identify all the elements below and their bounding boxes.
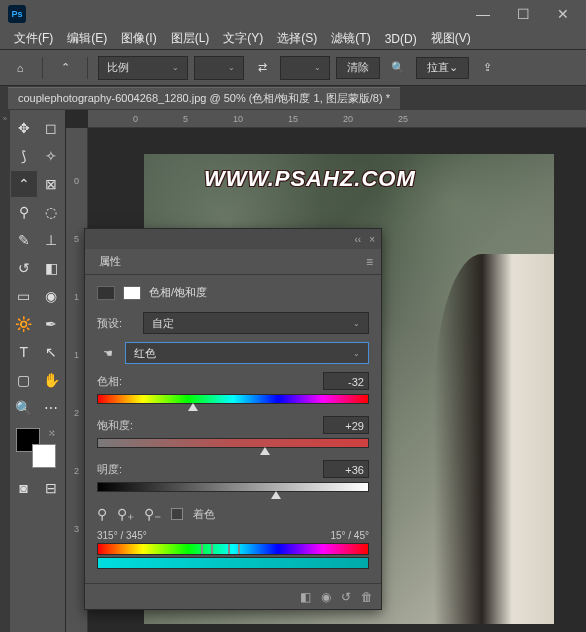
straighten-button[interactable]: 拉直 ⌄ — [416, 57, 469, 79]
shape-tool[interactable]: ▢ — [11, 367, 37, 393]
menu-layer[interactable]: 图层(L) — [165, 28, 216, 49]
preset-label: 预设: — [97, 316, 137, 331]
menu-filter[interactable]: 滤镜(T) — [325, 28, 376, 49]
type-tool[interactable]: T — [11, 339, 37, 365]
ruler-horizontal: 0510152025 — [88, 110, 586, 128]
reset-icon[interactable]: ↺ — [341, 590, 351, 604]
panel-collapse-strip[interactable]: » — [0, 110, 10, 632]
patch-tool[interactable]: ◌ — [39, 199, 65, 225]
panel-tabs: 属性 ≡ — [85, 249, 381, 275]
panel-header[interactable]: ‹‹ × — [85, 229, 381, 249]
width-input[interactable]: ⌄ — [194, 56, 244, 80]
zoom-tool[interactable]: 🔍 — [11, 395, 37, 421]
color-range-output — [97, 557, 369, 569]
more-tools[interactable]: ⋯ — [39, 395, 65, 421]
saturation-slider-thumb[interactable] — [260, 447, 270, 455]
app-icon: Ps — [8, 5, 26, 23]
colorize-checkbox[interactable] — [171, 508, 183, 520]
target-adjust-icon[interactable]: ☚ — [97, 342, 119, 364]
mask-icon[interactable] — [123, 286, 141, 300]
close-button[interactable]: ✕ — [548, 6, 578, 22]
eraser-tool[interactable]: ◧ — [39, 255, 65, 281]
menu-select[interactable]: 选择(S) — [271, 28, 323, 49]
blur-tool[interactable]: ◉ — [39, 283, 65, 309]
watermark-text: WWW.PSAHZ.COM — [204, 166, 416, 192]
adjustment-icon — [97, 286, 115, 300]
lightness-slider-thumb[interactable] — [271, 491, 281, 499]
adjustment-title: 色相/饱和度 — [149, 285, 207, 300]
menu-view[interactable]: 视图(V) — [425, 28, 477, 49]
menu-3d[interactable]: 3D(D) — [379, 30, 423, 48]
brush-tool[interactable]: ✎ — [11, 227, 37, 253]
colorize-label: 着色 — [193, 507, 215, 522]
gradient-tool[interactable]: ▭ — [11, 283, 37, 309]
lightness-value[interactable]: +36 — [323, 460, 369, 478]
toolbar: ✥◻ ⟆✧ ⌃⊠ ⚲◌ ✎⊥ ↺◧ ▭◉ 🔆✒ T↖ ▢✋ 🔍⋯ ⤭ ◙⊟ — [10, 110, 66, 632]
workspace: » ✥◻ ⟆✧ ⌃⊠ ⚲◌ ✎⊥ ↺◧ ▭◉ 🔆✒ T↖ ▢✋ 🔍⋯ ⤭ ◙⊟ … — [0, 110, 586, 632]
hue-slider[interactable] — [97, 394, 369, 404]
preset-dropdown[interactable]: 自定⌄ — [143, 312, 369, 334]
eyedropper-subtract-icon[interactable]: ⚲₋ — [144, 506, 161, 522]
saturation-label: 饱和度: — [97, 418, 133, 433]
pen-tool[interactable]: ✒ — [39, 311, 65, 337]
share-icon[interactable]: ⇪ — [475, 56, 499, 80]
home-icon[interactable]: ⌂ — [8, 56, 32, 80]
hue-slider-thumb[interactable] — [188, 403, 198, 411]
menu-type[interactable]: 文字(Y) — [217, 28, 269, 49]
lightness-slider[interactable] — [97, 482, 369, 492]
hue-value[interactable]: -32 — [323, 372, 369, 390]
history-brush-tool[interactable]: ↺ — [11, 255, 37, 281]
minimize-button[interactable]: — — [468, 6, 498, 22]
adjustment-header: 色相/饱和度 — [97, 285, 369, 300]
stamp-tool[interactable]: ⊥ — [39, 227, 65, 253]
range-left-label: 315° / 345° — [97, 530, 147, 541]
saturation-value[interactable]: +29 — [323, 416, 369, 434]
marquee-tool[interactable]: ◻ — [39, 115, 65, 141]
panel-menu-icon[interactable]: ≡ — [366, 255, 373, 269]
clear-button[interactable]: 清除 — [336, 57, 380, 79]
screen-mode-tool[interactable]: ⊟ — [39, 475, 65, 501]
dodge-tool[interactable]: 🔆 — [11, 311, 37, 337]
hue-label: 色相: — [97, 374, 122, 389]
clip-to-layer-icon[interactable]: ◧ — [300, 590, 311, 604]
image-subject — [434, 254, 554, 624]
delete-icon[interactable]: 🗑 — [361, 590, 373, 604]
ratio-dropdown[interactable]: 比例⌄ — [98, 56, 188, 80]
eyedropper-tool[interactable]: ⚲ — [11, 199, 37, 225]
panel-footer: ◧ ◉ ↺ 🗑 — [85, 583, 381, 609]
saturation-slider[interactable] — [97, 438, 369, 448]
color-swatches[interactable]: ⤭ — [16, 428, 56, 468]
crop-tool-icon[interactable]: ⌃ — [53, 56, 77, 80]
search-icon[interactable]: 🔍 — [386, 56, 410, 80]
swap-dimensions-icon[interactable]: ⇄ — [250, 56, 274, 80]
view-previous-icon[interactable]: ◉ — [321, 590, 331, 604]
path-tool[interactable]: ↖ — [39, 339, 65, 365]
canvas-area: 0510152025 0511223 WWW.PSAHZ.COM ‹‹ × 属性… — [66, 110, 586, 632]
hand-tool[interactable]: ✋ — [39, 367, 65, 393]
properties-tab[interactable]: 属性 — [93, 250, 127, 273]
wand-tool[interactable]: ✧ — [39, 143, 65, 169]
eyedropper-add-icon[interactable]: ⚲₊ — [117, 506, 134, 522]
maximize-button[interactable]: ☐ — [508, 6, 538, 22]
menu-image[interactable]: 图像(I) — [115, 28, 162, 49]
menubar: 文件(F) 编辑(E) 图像(I) 图层(L) 文字(Y) 选择(S) 滤镜(T… — [0, 28, 586, 50]
menu-file[interactable]: 文件(F) — [8, 28, 59, 49]
panel-collapse-icon[interactable]: ‹‹ — [354, 234, 361, 245]
quickmask-tool[interactable]: ◙ — [11, 475, 37, 501]
crop-tool[interactable]: ⌃ — [11, 171, 37, 197]
document-tabs: couplephotography-6004268_1280.jpg @ 50%… — [0, 86, 586, 110]
swap-colors-icon[interactable]: ⤭ — [48, 428, 56, 438]
frame-tool[interactable]: ⊠ — [39, 171, 65, 197]
menu-edit[interactable]: 编辑(E) — [61, 28, 113, 49]
move-tool[interactable]: ✥ — [11, 115, 37, 141]
channel-dropdown[interactable]: 红色⌄ — [125, 342, 369, 364]
color-range-spectrum[interactable] — [97, 543, 369, 555]
height-input[interactable]: ⌄ — [280, 56, 330, 80]
document-tab[interactable]: couplephotography-6004268_1280.jpg @ 50%… — [8, 87, 400, 109]
range-right-label: 15° / 45° — [330, 530, 369, 541]
lasso-tool[interactable]: ⟆ — [11, 143, 37, 169]
eyedropper-icon[interactable]: ⚲ — [97, 506, 107, 522]
background-color[interactable] — [32, 444, 56, 468]
panel-close-icon[interactable]: × — [369, 234, 375, 245]
titlebar: Ps — ☐ ✕ — [0, 0, 586, 28]
